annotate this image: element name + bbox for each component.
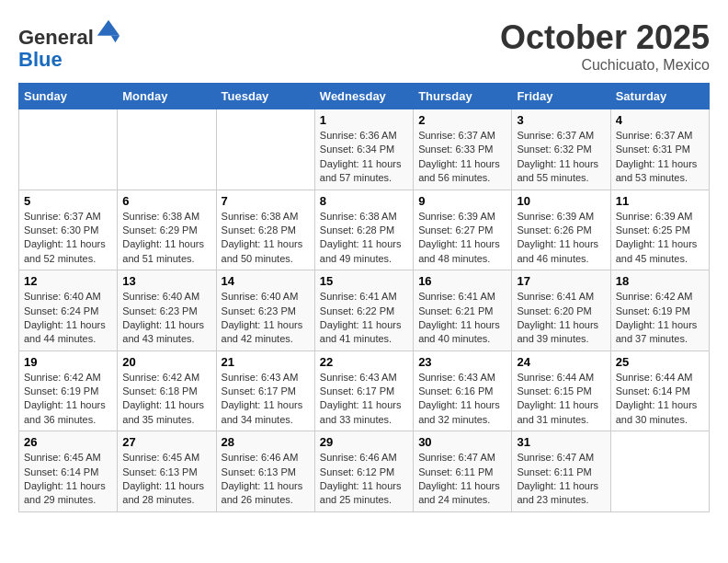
day-number: 1 <box>320 113 408 127</box>
logo-general: General <box>18 26 94 49</box>
calendar-cell: 24Sunrise: 6:44 AMSunset: 6:15 PMDayligh… <box>512 350 610 431</box>
column-header-thursday: Thursday <box>414 84 512 109</box>
day-info: Sunrise: 6:43 AMSunset: 6:17 PMDaylight:… <box>222 371 310 428</box>
calendar-cell: 15Sunrise: 6:41 AMSunset: 6:22 PMDayligh… <box>314 270 413 351</box>
day-info: Sunrise: 6:44 AMSunset: 6:14 PMDaylight:… <box>616 371 704 428</box>
day-info: Sunrise: 6:37 AMSunset: 6:33 PMDaylight:… <box>418 129 506 186</box>
day-info: Sunrise: 6:47 AMSunset: 6:11 PMDaylight:… <box>418 451 506 508</box>
month-title: October 2025 <box>500 18 710 57</box>
day-info: Sunrise: 6:39 AMSunset: 6:25 PMDaylight:… <box>616 210 704 267</box>
day-number: 2 <box>418 113 506 127</box>
calendar-cell: 7Sunrise: 6:38 AMSunset: 6:28 PMDaylight… <box>216 190 314 270</box>
day-info: Sunrise: 6:38 AMSunset: 6:28 PMDaylight:… <box>222 210 310 267</box>
day-number: 3 <box>517 113 605 127</box>
day-number: 23 <box>418 355 506 369</box>
day-number: 15 <box>320 274 408 288</box>
column-header-monday: Monday <box>118 84 216 109</box>
calendar-body: 1Sunrise: 6:36 AMSunset: 6:34 PMDaylight… <box>19 109 710 512</box>
calendar-cell: 5Sunrise: 6:37 AMSunset: 6:30 PMDaylight… <box>19 190 118 270</box>
day-info: Sunrise: 6:41 AMSunset: 6:20 PMDaylight:… <box>517 290 605 347</box>
day-number: 30 <box>418 435 506 449</box>
svg-marker-1 <box>111 36 119 42</box>
day-number: 18 <box>616 274 704 288</box>
day-info: Sunrise: 6:45 AMSunset: 6:14 PMDaylight:… <box>24 451 112 508</box>
day-info: Sunrise: 6:43 AMSunset: 6:16 PMDaylight:… <box>418 371 506 428</box>
day-info: Sunrise: 6:47 AMSunset: 6:11 PMDaylight:… <box>517 451 605 508</box>
day-number: 27 <box>122 435 210 449</box>
calendar-header-row: SundayMondayTuesdayWednesdayThursdayFrid… <box>19 84 710 109</box>
calendar-cell: 19Sunrise: 6:42 AMSunset: 6:19 PMDayligh… <box>19 350 118 431</box>
day-info: Sunrise: 6:42 AMSunset: 6:19 PMDaylight:… <box>616 290 704 347</box>
day-number: 22 <box>320 355 408 369</box>
day-info: Sunrise: 6:46 AMSunset: 6:13 PMDaylight:… <box>222 451 310 508</box>
calendar-week-row: 19Sunrise: 6:42 AMSunset: 6:19 PMDayligh… <box>19 350 710 431</box>
calendar-cell: 6Sunrise: 6:38 AMSunset: 6:29 PMDaylight… <box>118 190 216 270</box>
logo-icon <box>96 18 121 44</box>
day-number: 19 <box>24 355 112 369</box>
day-info: Sunrise: 6:43 AMSunset: 6:17 PMDaylight:… <box>320 371 408 428</box>
day-info: Sunrise: 6:41 AMSunset: 6:21 PMDaylight:… <box>418 290 506 347</box>
day-number: 7 <box>222 194 310 208</box>
page-header: General Blue October 2025 Cuchicuato, Me… <box>18 18 710 74</box>
day-number: 5 <box>24 194 112 208</box>
day-number: 21 <box>222 355 310 369</box>
day-number: 14 <box>222 274 310 288</box>
day-number: 17 <box>517 274 605 288</box>
day-info: Sunrise: 6:44 AMSunset: 6:15 PMDaylight:… <box>517 371 605 428</box>
day-info: Sunrise: 6:42 AMSunset: 6:19 PMDaylight:… <box>24 371 112 428</box>
day-info: Sunrise: 6:41 AMSunset: 6:22 PMDaylight:… <box>320 290 408 347</box>
day-number: 12 <box>24 274 112 288</box>
day-number: 11 <box>616 194 704 208</box>
column-header-friday: Friday <box>512 84 610 109</box>
calendar-cell: 2Sunrise: 6:37 AMSunset: 6:33 PMDaylight… <box>414 109 512 190</box>
day-number: 26 <box>24 435 112 449</box>
day-number: 20 <box>122 355 210 369</box>
calendar-cell <box>118 109 216 190</box>
calendar-week-row: 12Sunrise: 6:40 AMSunset: 6:24 PMDayligh… <box>19 270 710 351</box>
calendar-cell: 8Sunrise: 6:38 AMSunset: 6:28 PMDaylight… <box>314 190 413 270</box>
calendar-week-row: 5Sunrise: 6:37 AMSunset: 6:30 PMDaylight… <box>19 190 710 270</box>
day-number: 4 <box>616 113 704 127</box>
day-info: Sunrise: 6:37 AMSunset: 6:31 PMDaylight:… <box>616 129 704 186</box>
day-info: Sunrise: 6:40 AMSunset: 6:23 PMDaylight:… <box>222 290 310 347</box>
calendar-cell <box>216 109 314 190</box>
calendar-week-row: 26Sunrise: 6:45 AMSunset: 6:14 PMDayligh… <box>19 431 710 512</box>
calendar-cell: 27Sunrise: 6:45 AMSunset: 6:13 PMDayligh… <box>118 431 216 512</box>
day-info: Sunrise: 6:40 AMSunset: 6:23 PMDaylight:… <box>122 290 210 347</box>
calendar-cell: 20Sunrise: 6:42 AMSunset: 6:18 PMDayligh… <box>118 350 216 431</box>
calendar-cell: 14Sunrise: 6:40 AMSunset: 6:23 PMDayligh… <box>216 270 314 351</box>
calendar-cell <box>610 431 709 512</box>
day-info: Sunrise: 6:39 AMSunset: 6:27 PMDaylight:… <box>418 210 506 267</box>
day-number: 13 <box>122 274 210 288</box>
column-header-sunday: Sunday <box>19 84 118 109</box>
calendar-table: SundayMondayTuesdayWednesdayThursdayFrid… <box>18 83 710 512</box>
column-header-saturday: Saturday <box>610 84 709 109</box>
day-info: Sunrise: 6:42 AMSunset: 6:18 PMDaylight:… <box>122 371 210 428</box>
calendar-cell: 10Sunrise: 6:39 AMSunset: 6:26 PMDayligh… <box>512 190 610 270</box>
day-info: Sunrise: 6:37 AMSunset: 6:30 PMDaylight:… <box>24 210 112 267</box>
calendar-cell: 18Sunrise: 6:42 AMSunset: 6:19 PMDayligh… <box>610 270 709 351</box>
day-info: Sunrise: 6:38 AMSunset: 6:29 PMDaylight:… <box>122 210 210 267</box>
day-number: 29 <box>320 435 408 449</box>
day-info: Sunrise: 6:46 AMSunset: 6:12 PMDaylight:… <box>320 451 408 508</box>
day-info: Sunrise: 6:40 AMSunset: 6:24 PMDaylight:… <box>24 290 112 347</box>
calendar-cell: 12Sunrise: 6:40 AMSunset: 6:24 PMDayligh… <box>19 270 118 351</box>
day-number: 10 <box>517 194 605 208</box>
column-header-wednesday: Wednesday <box>314 84 413 109</box>
calendar-cell: 17Sunrise: 6:41 AMSunset: 6:20 PMDayligh… <box>512 270 610 351</box>
column-header-tuesday: Tuesday <box>216 84 314 109</box>
day-info: Sunrise: 6:36 AMSunset: 6:34 PMDaylight:… <box>320 129 408 186</box>
calendar-cell: 13Sunrise: 6:40 AMSunset: 6:23 PMDayligh… <box>118 270 216 351</box>
calendar-cell: 29Sunrise: 6:46 AMSunset: 6:12 PMDayligh… <box>314 431 413 512</box>
calendar-cell: 21Sunrise: 6:43 AMSunset: 6:17 PMDayligh… <box>216 350 314 431</box>
calendar-cell: 28Sunrise: 6:46 AMSunset: 6:13 PMDayligh… <box>216 431 314 512</box>
svg-marker-0 <box>97 20 119 36</box>
calendar-cell: 9Sunrise: 6:39 AMSunset: 6:27 PMDaylight… <box>414 190 512 270</box>
calendar-cell: 30Sunrise: 6:47 AMSunset: 6:11 PMDayligh… <box>414 431 512 512</box>
calendar-cell: 3Sunrise: 6:37 AMSunset: 6:32 PMDaylight… <box>512 109 610 190</box>
day-info: Sunrise: 6:45 AMSunset: 6:13 PMDaylight:… <box>122 451 210 508</box>
calendar-cell: 31Sunrise: 6:47 AMSunset: 6:11 PMDayligh… <box>512 431 610 512</box>
day-number: 8 <box>320 194 408 208</box>
day-info: Sunrise: 6:37 AMSunset: 6:32 PMDaylight:… <box>517 129 605 186</box>
day-number: 9 <box>418 194 506 208</box>
